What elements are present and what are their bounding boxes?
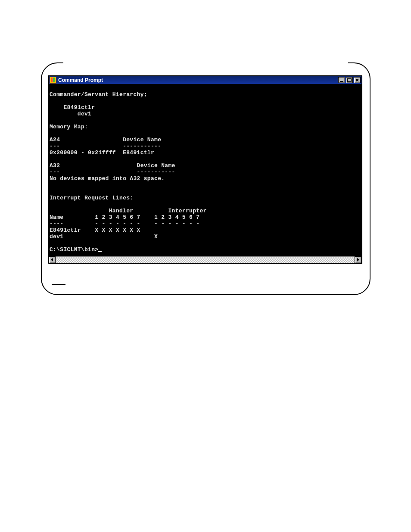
scroll-left-button[interactable] — [49, 256, 56, 263]
cursor-icon — [98, 251, 102, 252]
irq-row-1-name: E8491ctlr — [50, 227, 81, 233]
a32-label: A32 — [50, 162, 60, 169]
close-button[interactable] — [354, 77, 361, 83]
irq-heading: Interrupt Request Lines: — [50, 195, 133, 201]
scroll-right-button[interactable] — [355, 256, 361, 263]
irq-row-2-name: dev1 — [50, 233, 63, 240]
irq-interrupter-cols: 1 2 3 4 5 6 7 — [154, 214, 199, 221]
window-title: Command Prompt — [58, 77, 103, 83]
title-bar: Command Prompt — [49, 76, 361, 84]
command-prompt-icon — [50, 77, 56, 84]
hierarchy-line-1: E8491ctlr — [50, 104, 95, 111]
irq-row-1-handler: X X X X X X X — [95, 227, 140, 233]
a24-label: A24 — [50, 137, 60, 143]
stray-underline — [52, 284, 65, 285]
irq-interrupter-header: Interrupter — [168, 208, 206, 214]
memory-map-heading: Memory Map: — [50, 124, 88, 130]
minimize-button[interactable] — [338, 77, 345, 83]
hierarchy-heading: Commander/Servant Hierarchy; — [50, 91, 147, 98]
title-bar-buttons — [338, 77, 361, 83]
terminal-output: Commander/Servant Hierarchy; E8491ctlr d… — [49, 84, 361, 256]
command-prompt-window: Command Prompt Commander/Servant Hierarc… — [48, 75, 362, 264]
a24-device: E8491ctlr — [123, 149, 154, 156]
irq-handler-cols: 1 2 3 4 5 6 7 — [95, 214, 140, 221]
irq-name-header: Name — [50, 214, 63, 221]
irq-handler-header: Handler — [109, 208, 134, 214]
irq-row-2-interrupter: X — [154, 233, 158, 240]
horizontal-scrollbar[interactable] — [49, 256, 361, 263]
frame-top-gap — [63, 62, 348, 65]
a32-note: No devices mapped into A32 space. — [50, 175, 165, 182]
prompt[interactable]: C:\SICLNT\bin> — [50, 246, 98, 253]
maximize-button[interactable] — [346, 77, 353, 83]
hierarchy-line-2: dev1 — [50, 111, 91, 117]
a32-device-header: Device Name — [137, 162, 175, 169]
a24-device-header: Device Name — [123, 137, 161, 143]
scroll-track[interactable] — [56, 256, 355, 263]
a24-range: 0x200000 - 0x21ffff — [50, 149, 116, 156]
